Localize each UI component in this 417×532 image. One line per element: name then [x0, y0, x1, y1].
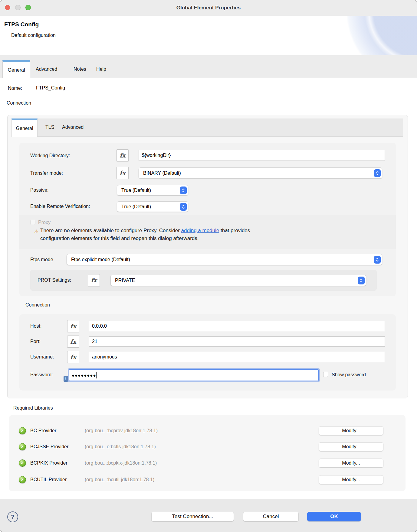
show-password-label: Show password: [332, 372, 366, 378]
required-libraries-label: Required Libraries: [13, 405, 53, 411]
info-icon: i: [64, 376, 68, 382]
warning-text-after: that provides: [219, 228, 250, 233]
host-label: Host:: [30, 323, 41, 329]
warning-text-line2: configuration elements for this field an…: [40, 235, 199, 241]
help-button[interactable]: ?: [7, 511, 18, 522]
connection-tab-tls[interactable]: TLS: [45, 125, 54, 130]
password-masked-value: ●●●●●●●●: [72, 373, 96, 378]
proxy-warning-text: There are no elements available to confi…: [40, 227, 367, 242]
config-subtitle: Default configuration: [11, 33, 56, 38]
library-status-check-icon: ✓: [19, 427, 26, 434]
stepper-icon: [358, 277, 365, 284]
working-directory-expression-button[interactable]: fx: [117, 149, 129, 161]
cancel-button[interactable]: Cancel: [243, 512, 299, 521]
minimize-window-button[interactable]: [15, 5, 21, 10]
modify-bcjsse-provider-button[interactable]: Modify...: [319, 442, 383, 451]
transfer-mode-expression-button[interactable]: fx: [117, 167, 129, 179]
proxy-label: Proxy: [38, 220, 51, 225]
port-input[interactable]: 21: [89, 336, 385, 347]
ftps-mode-value: Ftps explicit mode (Default): [71, 257, 130, 262]
ok-button[interactable]: OK: [307, 512, 361, 521]
library-status-check-icon: ✓: [19, 476, 26, 483]
name-input[interactable]: FTPS_Config: [33, 83, 409, 93]
library-version: (org.bou...:bcutil-jdk18on:1.78.1): [85, 477, 154, 482]
warning-icon: ⚠: [34, 229, 38, 234]
library-status-check-icon: ✓: [19, 459, 26, 467]
test-connection-button[interactable]: Test Connection...: [151, 512, 234, 521]
passive-value: True (Default): [121, 188, 151, 193]
enable-remote-verification-select[interactable]: True (Default): [117, 201, 188, 212]
banner-decoration: [317, 16, 417, 55]
host-expression-button[interactable]: fx: [67, 320, 79, 332]
library-name: BCJSSE Provider: [30, 444, 68, 449]
port-expression-button[interactable]: fx: [67, 336, 79, 348]
prot-settings-value: PRIVATE: [115, 278, 135, 283]
modify-bcpkix-provider-button[interactable]: Modify...: [319, 459, 383, 468]
passive-select[interactable]: True (Default): [117, 185, 188, 196]
ftps-mode-label: Ftps mode: [30, 257, 53, 262]
passive-label: Passive:: [30, 187, 48, 193]
adding-a-module-link[interactable]: adding a module: [181, 228, 219, 233]
stepper-icon: [374, 256, 381, 264]
transfer-mode-value: BINARY (Default): [143, 170, 181, 176]
global-element-properties-dialog: Global Element Properties FTPS Config De…: [0, 0, 417, 532]
host-input[interactable]: 0.0.0.0: [89, 321, 385, 331]
library-version: (org.bou...e:bctls-jdk18on:1.78.1): [85, 444, 156, 449]
connection-subsection-label: Connection: [25, 302, 50, 308]
prot-settings-expression-button[interactable]: fx: [88, 274, 100, 286]
password-label: Password:: [30, 372, 53, 378]
password-input[interactable]: ●●●●●●●●: [69, 369, 319, 381]
connection-section-label: Connection: [7, 100, 31, 106]
library-name: BCPKIX Provider: [30, 460, 67, 466]
dialog-banner: FTPS Config Default configuration: [0, 16, 417, 56]
username-label: Username:: [30, 354, 54, 360]
library-version: (org.bou...:bcprov-jdk18on:1.78.1): [85, 428, 158, 433]
tab-advanced[interactable]: Advanced: [36, 66, 57, 72]
transfer-mode-select[interactable]: BINARY (Default): [139, 167, 382, 179]
window-title: Global Element Properties: [176, 5, 241, 11]
working-directory-input[interactable]: ${workingDir}: [139, 150, 385, 161]
port-label: Port:: [30, 339, 41, 344]
username-expression-button[interactable]: fx: [67, 351, 79, 363]
connection-tab-advanced[interactable]: Advanced: [62, 125, 84, 130]
warning-text-before: There are no elements available to confi…: [40, 228, 181, 233]
connection-tab-general[interactable]: General: [11, 118, 38, 137]
modify-bc-provider-button[interactable]: Modify...: [319, 426, 383, 435]
library-name: BC Provider: [30, 428, 56, 433]
stepper-icon: [180, 187, 187, 194]
name-label: Name:: [8, 86, 22, 91]
zoom-window-button[interactable]: [25, 5, 31, 10]
title-bar: Global Element Properties: [0, 0, 417, 16]
stepper-icon: [374, 169, 381, 177]
prot-settings-select[interactable]: PRIVATE: [110, 275, 366, 286]
close-window-button[interactable]: [5, 5, 10, 10]
tab-general[interactable]: General: [2, 60, 30, 78]
working-directory-label: Working Directory:: [30, 153, 70, 158]
tab-help[interactable]: Help: [96, 66, 106, 72]
library-status-check-icon: ✓: [19, 443, 26, 450]
prot-settings-label: PROT Settings:: [38, 277, 71, 283]
tab-notes[interactable]: Notes: [74, 66, 86, 72]
username-input[interactable]: anonymous: [89, 352, 385, 362]
modify-bcutil-provider-button[interactable]: Modify...: [319, 475, 383, 484]
config-title: FTPS Config: [4, 21, 39, 28]
library-name: BCUTIL Provider: [30, 477, 67, 482]
text-cursor: [96, 372, 97, 378]
stepper-icon: [180, 203, 187, 211]
enable-remote-verification-value: True (Default): [121, 204, 151, 209]
main-tab-bar: General Advanced Notes Help: [0, 55, 417, 78]
library-version: (org.bou...:bcpkix-jdk18on:1.78.1): [85, 460, 157, 466]
ftps-mode-select[interactable]: Ftps explicit mode (Default): [67, 254, 382, 265]
show-password-checkbox[interactable]: [323, 372, 328, 377]
enable-remote-verification-label: Enable Remote Verification:: [30, 204, 90, 209]
proxy-checkbox: [30, 220, 35, 225]
transfer-mode-label: Transfer mode:: [30, 170, 63, 176]
